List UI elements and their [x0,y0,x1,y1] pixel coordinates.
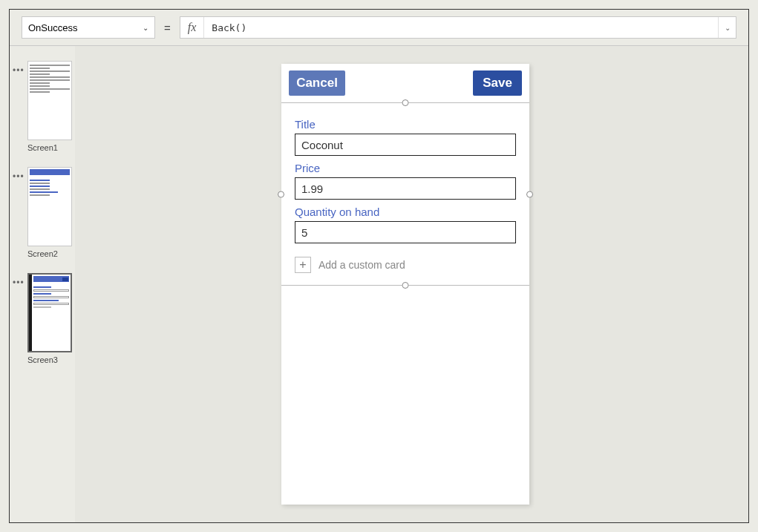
add-custom-card-button[interactable]: + Add a custom card [295,257,516,273]
save-button[interactable]: Save [473,70,522,96]
design-canvas[interactable]: Cancel Save Title Coconut Price 1.99 Qua… [75,46,748,522]
resize-handle-top[interactable] [402,99,409,106]
formula-bar: OnSuccess ⌄ = fx Back() ⌄ [10,10,748,45]
screen-label: Screen1 [27,143,75,152]
formula-input-container: fx Back() ⌄ [180,16,736,39]
more-icon[interactable]: ••• [13,65,24,76]
screen-thumbnail[interactable] [27,61,72,140]
edit-form[interactable]: Title Coconut Price 1.99 Quantity on han… [281,102,529,286]
chevron-down-icon: ⌄ [143,24,148,32]
field-label-price: Price [295,162,516,174]
quantity-input[interactable]: 5 [295,221,516,243]
property-selector-label: OnSuccess [28,22,77,33]
more-icon[interactable]: ••• [13,278,24,288]
cancel-button[interactable]: Cancel [289,70,345,96]
formula-input[interactable]: Back() [204,22,718,33]
screen-label: Screen2 [27,249,75,258]
field-label-quantity: Quantity on hand [295,206,516,218]
resize-handle-right[interactable] [526,191,533,197]
title-input[interactable]: Coconut [295,134,516,156]
add-custom-card-label: Add a custom card [318,259,405,271]
screen-item: ••• Screen2 [10,167,75,258]
resize-handle-bottom[interactable] [402,282,409,289]
screen-thumbnail-selected[interactable] [27,273,72,352]
price-input[interactable]: 1.99 [295,177,516,200]
screen-label: Screen3 [27,355,75,364]
screens-navigator: ••• Screen1 ••• Screen2 [10,46,75,522]
formula-expand-button[interactable]: ⌄ [718,17,736,38]
form-header: Cancel Save [281,64,529,102]
more-icon[interactable]: ••• [13,171,24,182]
screen-item: ••• Screen1 [10,61,75,152]
plus-icon: + [295,257,311,273]
property-selector[interactable]: OnSuccess ⌄ [22,16,155,39]
screen-item: ••• Screen3 [10,273,75,364]
screen-thumbnail[interactable] [27,167,72,246]
resize-handle-left[interactable] [278,191,284,197]
phone-preview: Cancel Save Title Coconut Price 1.99 Qua… [281,64,529,505]
fx-icon: fx [180,17,205,38]
equals-label: = [163,22,172,34]
field-label-title: Title [295,118,516,131]
